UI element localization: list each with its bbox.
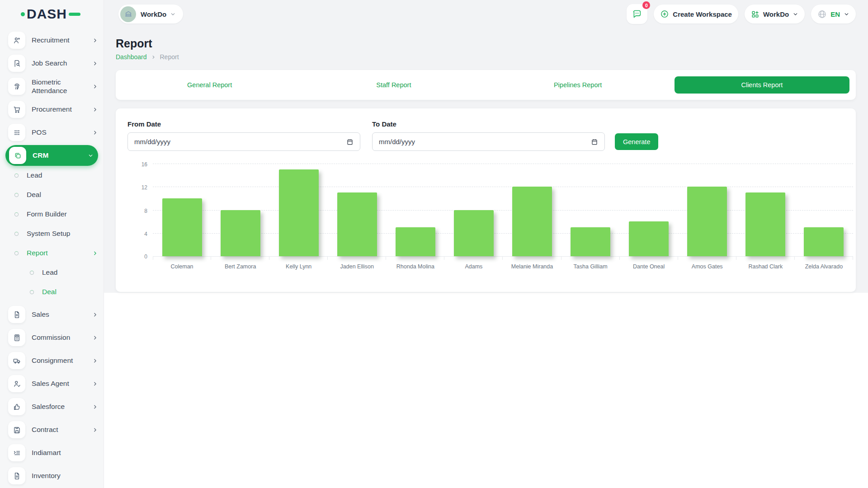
y-axis-tick-label: 12 [142, 184, 147, 191]
sidebar-item-pos[interactable]: POS [8, 122, 98, 143]
sidebar-item-salesforce[interactable]: Salesforce [8, 396, 98, 417]
sidebar-subitem-system-setup[interactable]: System Setup [8, 226, 98, 241]
generate-button[interactable]: Generate [615, 133, 658, 150]
sidebar-item-sales-agent[interactable]: Sales Agent [8, 373, 98, 394]
bullet-circle-icon [14, 251, 19, 255]
chevron-right-icon [92, 107, 98, 113]
brand-logo[interactable]: DASH [0, 0, 104, 28]
bar-melanie-miranda[interactable] [512, 187, 552, 256]
sidebar-subitem-lead[interactable]: Lead [8, 265, 98, 280]
sidebar-subitem-label: System Setup [27, 229, 71, 238]
tab-general-report[interactable]: General Report [122, 76, 297, 94]
calendar-icon[interactable] [591, 138, 598, 145]
chat-bubble-icon [632, 9, 642, 19]
x-axis-tick [678, 257, 736, 260]
sidebar-item-job-search[interactable]: Job Search [8, 53, 98, 74]
sidebar-item-label: Inventory [32, 471, 61, 480]
bullet-circle-icon [14, 193, 19, 197]
sidebar-subitem-deal[interactable]: Deal [8, 285, 98, 299]
breadcrumb-current: Report [160, 53, 179, 61]
x-axis-tick [561, 257, 620, 260]
chevron-right-icon [92, 38, 98, 43]
tab-pipelines-report[interactable]: Pipelines Report [491, 76, 665, 94]
sidebar-item-indiamart[interactable]: Indiamart [8, 442, 98, 463]
bar-bert-zamora[interactable] [221, 210, 260, 257]
sidebar-item-label: Biometric Attendance [32, 78, 82, 95]
sidebar-item-crm[interactable]: CRM [5, 145, 98, 166]
sidebar-subitem-report[interactable]: Report [8, 246, 98, 260]
copy-icon [9, 147, 26, 164]
bar-zelda-alvarado[interactable] [804, 227, 844, 256]
bar-slot [444, 210, 503, 257]
bullet-circle-icon [30, 271, 34, 275]
truck-icon [8, 352, 25, 369]
bullet-circle-icon [14, 232, 19, 236]
sidebar: DASH RecruitmentJob SearchBiometric Atte… [0, 0, 104, 488]
app-root: DASH RecruitmentJob SearchBiometric Atte… [0, 0, 868, 488]
sidebar-item-inventory[interactable]: Inventory [8, 465, 98, 486]
sidebar-subitem-label: Lead [42, 268, 57, 277]
sidebar-subitem-lead[interactable]: Lead [8, 168, 98, 183]
file-icon [8, 306, 25, 323]
sidebar-item-biometric-attendance[interactable]: Biometric Attendance [8, 76, 98, 97]
bar-rhonda-molina[interactable] [396, 227, 435, 256]
save-icon [8, 421, 25, 438]
bar-coleman[interactable] [162, 198, 202, 256]
workspace-switcher[interactable]: WorkDo [745, 5, 805, 23]
sidebar-item-contract[interactable]: Contract [8, 419, 98, 440]
x-axis-tick [503, 257, 561, 260]
bar-kelly-lynn[interactable] [279, 169, 319, 256]
to-date-input[interactable] [379, 138, 591, 145]
tab-staff-report[interactable]: Staff Report [306, 76, 481, 94]
person-plus-icon [8, 32, 25, 49]
sidebar-item-commission[interactable]: Commission [8, 327, 98, 348]
report-tabs: General ReportStaff ReportPipelines Repo… [116, 70, 856, 100]
create-workspace-button[interactable]: Create Workspace [654, 5, 738, 23]
x-axis-label: Rashad Clark [736, 263, 795, 270]
y-axis-tick-label: 4 [144, 231, 147, 237]
bullet-circle-icon [14, 174, 19, 178]
person-check-icon [8, 375, 25, 392]
sidebar-item-recruitment[interactable]: Recruitment [8, 30, 98, 51]
bar-slot [795, 227, 853, 256]
building-icon [124, 9, 133, 19]
tab-clients-report[interactable]: Clients Report [675, 76, 849, 94]
sidebar-item-label: Procurement [32, 105, 72, 113]
breadcrumb-dashboard-link[interactable]: Dashboard [116, 53, 147, 61]
file-icon [8, 467, 25, 484]
chevron-right-icon [92, 312, 98, 318]
logo-text: DASH [27, 6, 67, 22]
sidebar-nav: RecruitmentJob SearchBiometric Attendanc… [0, 28, 104, 488]
sidebar-subitem-deal[interactable]: Deal [8, 188, 98, 202]
page-title: Report [116, 37, 868, 50]
bar-rashad-clark[interactable] [745, 192, 785, 256]
bullet-circle-icon [30, 290, 34, 294]
x-axis-label: Rhonda Molina [386, 263, 444, 270]
main-area: WorkDo 0 Create Workspace [104, 0, 868, 488]
bar-adams[interactable] [454, 210, 494, 257]
workspace-chip-label: WorkDo [141, 10, 166, 18]
grid-dots-icon [8, 124, 25, 141]
bar-dante-oneal[interactable] [629, 221, 669, 256]
bar-tasha-gilliam[interactable] [571, 227, 610, 256]
chevron-down-icon [88, 153, 94, 159]
x-axis-tick [211, 257, 269, 260]
from-date-input[interactable] [134, 138, 346, 145]
globe-icon [817, 9, 827, 19]
list-arrow-icon [8, 444, 25, 461]
sidebar-subitem-label: Report [27, 249, 48, 257]
thumbs-up-icon [8, 398, 25, 415]
bar-slot [503, 187, 561, 256]
messages-button[interactable]: 0 [627, 4, 647, 24]
sidebar-item-consignment[interactable]: Consignment [8, 350, 98, 371]
sidebar-item-sales[interactable]: Sales [8, 304, 98, 325]
calendar-icon[interactable] [346, 138, 354, 145]
workspace-chip[interactable]: WorkDo [118, 5, 183, 23]
sidebar-subitem-form-builder[interactable]: Form Builder [8, 207, 98, 221]
language-selector[interactable]: EN [811, 5, 856, 23]
bar-jaden-ellison[interactable] [337, 192, 377, 256]
bar-amos-gates[interactable] [687, 187, 727, 256]
x-axis-tick [328, 257, 386, 260]
x-axis-tick [444, 257, 503, 260]
sidebar-item-procurement[interactable]: Procurement [8, 99, 98, 120]
